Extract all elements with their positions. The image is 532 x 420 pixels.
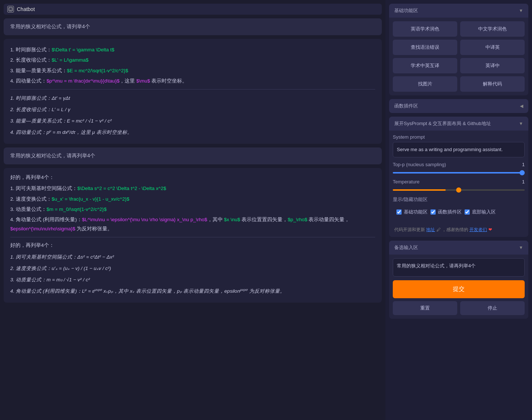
chat-panel: Chatbot 常用的狭义相对论公式，请列举4个 1. 时间膨胀公式：$\Del… — [0, 0, 385, 420]
basic-functions-body: 英语学术润色 中文学术润色 查找语法错误 中译英 学术中英互译 英译中 找图片 … — [389, 18, 528, 95]
user-message-2: 常用的狭义相对论公式，请再列举4个 — [4, 147, 382, 164]
alternate-input-section: 备选输入区 ▼ 常用的狭义相对论公式，请再列举4个 提交 重置 停止 — [389, 241, 528, 319]
submit-button[interactable]: 提交 — [393, 280, 525, 298]
checkbox-basic-functions[interactable]: 基础功能区 — [396, 209, 428, 215]
top-p-value: 1 — [522, 162, 525, 167]
function-plugins-section[interactable]: 函数插件区 ◀ — [389, 99, 528, 113]
temperature-slider[interactable] — [393, 189, 525, 191]
github-link[interactable]: 地址 — [426, 227, 435, 232]
header-title: Chatbot — [17, 6, 35, 12]
checkbox-bottom-input[interactable]: 底部输入区 — [465, 209, 496, 215]
btn-zh-to-en[interactable]: 中译英 — [460, 40, 525, 55]
bot-message-2: 好的，再列举4个： 1. 闵可夫斯基时空间隔公式：$\Delta s^2 = c… — [4, 168, 382, 303]
basic-functions-arrow: ▼ — [519, 8, 523, 13]
temperature-container: Temperature 1 — [393, 179, 525, 192]
system-prompt-value: Serve me as a writing and programming as… — [393, 142, 525, 157]
reset-button[interactable]: 重置 — [393, 301, 457, 315]
system-prompt-label: System prompt — [393, 134, 525, 140]
alternate-input-arrow: ▼ — [519, 245, 523, 250]
btn-academic-translate[interactable]: 学术中英互译 — [393, 58, 457, 73]
bot-message-1: 1. 时间膨胀公式：$\Delta t' = \gamma \Delta t$ … — [4, 39, 382, 144]
btn-grammar-check[interactable]: 查找语法错误 — [393, 40, 457, 55]
top-p-label: Top-p (nucleus sampling) — [393, 162, 446, 167]
basic-functions-section: 基础功能区 ▼ 英语学术润色 中文学术润色 查找语法错误 中译英 学术中英互译 … — [389, 4, 528, 95]
svg-point-2 — [11, 8, 12, 9]
svg-point-1 — [10, 8, 10, 9]
header-bar: Chatbot — [4, 4, 382, 15]
temperature-label: Temperature — [393, 179, 420, 185]
alternate-input-header[interactable]: 备选输入区 ▼ — [389, 241, 528, 255]
checkbox-basic-functions-input[interactable] — [396, 209, 402, 215]
checkbox-grid: 基础功能区 函数插件区 底部输入区 — [393, 205, 525, 219]
chatbot-icon — [7, 6, 14, 12]
right-panel: 基础功能区 ▼ 英语学术润色 中文学术润色 查找语法错误 中译英 学术中英互译 … — [385, 0, 532, 420]
basic-functions-grid: 英语学术润色 中文学术润色 查找语法错误 中译英 学术中英互译 英译中 找图片 … — [393, 21, 525, 92]
btn-find-image[interactable]: 找图片 — [393, 76, 457, 92]
top-p-container: Top-p (nucleus sampling) 1 — [393, 162, 525, 175]
basic-functions-header[interactable]: 基础功能区 ▼ — [389, 4, 528, 18]
alternate-input-field[interactable]: 常用的狭义相对论公式，请再列举4个 — [393, 258, 525, 277]
contributors-link[interactable]: 开发者们 — [469, 227, 487, 232]
checkbox-bottom-input-input[interactable] — [465, 209, 470, 215]
sysprompt-section: 展开SysPrompt & 交互界面布局 & Github地址 ▼ System… — [389, 117, 528, 237]
temperature-value: 1 — [522, 179, 525, 185]
checkbox-function-plugins-input[interactable] — [431, 209, 436, 215]
display-label: 显示/隐藏功能区 — [393, 196, 525, 203]
user-message-1: 常用的狭义相对论公式，请列举4个 — [4, 18, 382, 35]
top-p-slider[interactable] — [393, 172, 525, 174]
btn-chinese-polish[interactable]: 中文学术润色 — [460, 21, 525, 37]
function-plugins-arrow: ◀ — [520, 103, 523, 109]
sysprompt-header[interactable]: 展开SysPrompt & 交互界面布局 & Github地址 ▼ — [389, 117, 528, 131]
sysprompt-arrow: ▼ — [519, 121, 523, 126]
checkbox-function-plugins[interactable]: 函数插件区 — [431, 209, 462, 215]
stop-button[interactable]: 停止 — [460, 301, 525, 315]
bottom-buttons: 重置 停止 — [393, 301, 525, 315]
alternate-input-body: 常用的狭义相对论公式，请再列举4个 提交 重置 停止 — [389, 255, 528, 319]
sysprompt-body: System prompt Serve me as a writing and … — [389, 131, 528, 223]
btn-explain-code[interactable]: 解释代码 — [460, 76, 525, 92]
link-area: 代码开源和更新 地址 🖊 ，感谢热情的 开发者们 ❤ — [389, 223, 528, 237]
btn-english-polish[interactable]: 英语学术润色 — [393, 21, 457, 37]
btn-en-to-zh[interactable]: 英译中 — [460, 58, 525, 73]
